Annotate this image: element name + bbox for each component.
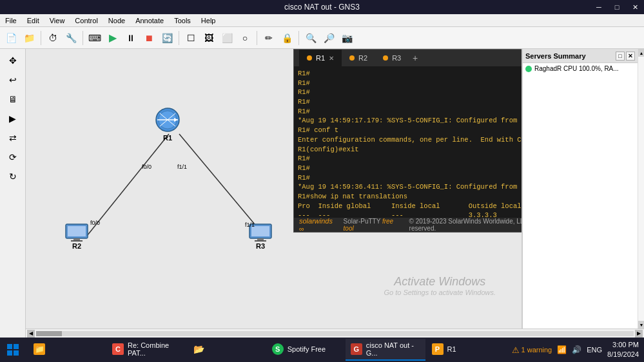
add-tab-button[interactable]: + <box>409 52 422 64</box>
scroll-up-btn[interactable]: ▲ <box>638 49 644 57</box>
terminal-line: R1# <box>298 107 522 117</box>
router-icon-r1 <box>153 106 182 134</box>
panel-close-btn[interactable]: ✕ <box>626 52 635 61</box>
iface-r2-f0-0: f0/0 <box>90 220 100 226</box>
menu-control[interactable]: Control <box>70 15 102 26</box>
node-r2-label: R2 <box>72 242 81 250</box>
pause-all-button[interactable]: ⏸ <box>122 30 139 46</box>
canvas-scrollbar[interactable]: ◀ ▶ <box>26 329 644 338</box>
server-item[interactable]: RaghadR CPU 100.0%, RA... <box>523 63 638 74</box>
file-explorer-icon: 📁 <box>34 343 45 355</box>
pen-button[interactable]: ✏ <box>260 30 277 46</box>
canvas-area[interactable]: R1 R2 <box>26 49 522 329</box>
node-r2[interactable]: R2 <box>64 223 89 250</box>
rect-button[interactable]: ⬜ <box>219 30 235 46</box>
history-button[interactable]: ⏱ <box>44 30 61 46</box>
right-panel-container: Servers Summary □ ✕ RaghadR CPU 100.0%, … <box>522 49 644 329</box>
monitor-icon[interactable]: 🖥 <box>4 90 22 108</box>
iface-r3-f1-1: f1/1 <box>245 222 255 228</box>
pc-icon-r2 <box>64 223 89 242</box>
terminal-line-syslog2: *Aug 19 14:59:36.411: %SYS-5-CONFIG_I: C… <box>298 182 522 192</box>
taskbar-gns3[interactable]: G cisco NAT out - G... <box>346 339 425 361</box>
putty-icon: P <box>432 343 444 355</box>
tab-r2[interactable]: R2 <box>342 50 375 66</box>
reload-button[interactable]: 🔄 <box>159 30 175 46</box>
node-r1[interactable]: R1 <box>153 106 182 142</box>
maximize-button[interactable]: □ <box>608 0 626 14</box>
windows-logo-icon <box>7 344 19 356</box>
menu-view[interactable]: View <box>44 15 70 26</box>
minimize-button[interactable]: ─ <box>590 0 608 14</box>
toolbar: 📄 📁 ⏱ 🔧 ⌨ ▶ ⏸ ⏹ 🔄 ☐ 🖼 ⬜ ○ ✏ 🔒 🔍 🔎 📷 <box>0 27 644 49</box>
taskbar-items: 📁 C Re: Combine PAT... 📂 S Spotify Free … <box>26 338 507 362</box>
terminal-tabs: R1 ✕ R2 <box>299 50 522 66</box>
lock-button[interactable]: 🔒 <box>278 30 295 46</box>
menu-help[interactable]: Help <box>196 15 221 26</box>
warning-icon: ⚠ <box>512 345 520 355</box>
svg-rect-17 <box>14 344 19 349</box>
warning-badge[interactable]: ⚠ 1 warning <box>512 345 552 355</box>
tab-r1[interactable]: R1 ✕ <box>299 50 342 66</box>
scroll-down-btn[interactable]: ▼ <box>638 321 644 329</box>
start-all-button[interactable]: ▶ <box>104 30 121 46</box>
terminal-line: R1# <box>298 173 522 183</box>
start-button[interactable] <box>0 338 26 362</box>
stop-all-button[interactable]: ⏹ <box>141 30 157 46</box>
tab-r3[interactable]: R3 <box>375 50 409 66</box>
terminal-line: R1# <box>298 154 522 164</box>
taskbar-chrome[interactable]: C Re: Combine PAT... <box>107 339 187 361</box>
svg-rect-15 <box>255 240 266 242</box>
screenshot-button[interactable]: ☐ <box>182 30 199 46</box>
taskbar-file-explorer[interactable]: 📁 <box>28 339 106 361</box>
putty-label: R1 <box>447 345 456 353</box>
image-button[interactable]: 🖼 <box>200 30 217 46</box>
h-scroll-thumb[interactable] <box>36 331 62 336</box>
taskbar-putty[interactable]: P R1 <box>427 339 504 361</box>
language-indicator[interactable]: ENG <box>587 346 602 354</box>
terminal-content[interactable]: R1# R1# R1# R1# R1# *Aug 19 14:59:17.179… <box>294 66 522 218</box>
terminal-titlebar: R1 ✕ R2 <box>294 50 522 66</box>
terminal-window[interactable]: R1 ✕ R2 <box>293 49 522 233</box>
h-scroll-track[interactable] <box>36 331 634 336</box>
camera-button[interactable]: 📷 <box>338 30 355 46</box>
tray-time-display: 3:00 PM <box>607 340 639 350</box>
arrange-button[interactable]: ⟳ <box>4 148 22 166</box>
copyright-text: © 2019-2023 SolarWinds Worldwide, LLC. A… <box>409 218 522 232</box>
loop-button[interactable]: ↻ <box>4 167 22 186</box>
zoom-out-button[interactable]: 🔎 <box>320 30 337 46</box>
taskbar-folder[interactable]: 📂 <box>188 339 266 361</box>
close-button[interactable]: ✕ <box>626 0 644 14</box>
spotify-label: Spotify Free <box>288 345 326 353</box>
panel-float-btn[interactable]: □ <box>616 52 625 61</box>
tab-r1-dot <box>307 55 312 61</box>
tab-r1-close[interactable]: ✕ <box>329 55 334 62</box>
menu-edit[interactable]: Edit <box>22 15 44 26</box>
shuffle-button[interactable]: ⇄ <box>4 129 22 147</box>
right-panel-scrollbar[interactable]: ▲ ▼ <box>638 49 644 329</box>
menu-annotate[interactable]: Annotate <box>130 15 169 26</box>
new-button[interactable]: 📄 <box>3 30 19 46</box>
tray-clock[interactable]: 3:00 PM 8/19/2024 <box>607 340 639 360</box>
terminal-line: R1# <box>298 79 522 88</box>
open-button[interactable]: 📁 <box>21 30 37 46</box>
volume-tray-icon[interactable]: 🔊 <box>572 345 581 354</box>
ellipse-button[interactable]: ○ <box>237 30 253 46</box>
svg-rect-16 <box>7 344 12 349</box>
scroll-right-btn[interactable]: ▶ <box>635 330 643 338</box>
menu-node[interactable]: Node <box>103 15 130 26</box>
scroll-left-btn[interactable]: ◀ <box>27 330 35 338</box>
settings-button[interactable]: 🔧 <box>63 30 79 46</box>
tab-r1-label: R1 <box>316 54 325 62</box>
tab-r3-dot <box>383 55 388 61</box>
pan-tool[interactable]: ✥ <box>4 52 22 70</box>
menu-tools[interactable]: Tools <box>169 15 196 26</box>
play-button[interactable]: ▶ <box>4 110 22 128</box>
console-button[interactable]: ⌨ <box>86 30 103 46</box>
network-tray-icon[interactable]: 📶 <box>557 345 567 354</box>
svg-rect-19 <box>14 350 19 356</box>
taskbar-spotify[interactable]: S Spotify Free <box>267 339 344 361</box>
back-button[interactable]: ↩ <box>4 71 22 89</box>
menu-file[interactable]: File <box>0 15 22 26</box>
gns3-label: cisco NAT out - G... <box>366 341 420 357</box>
zoom-in-button[interactable]: 🔍 <box>302 30 319 46</box>
